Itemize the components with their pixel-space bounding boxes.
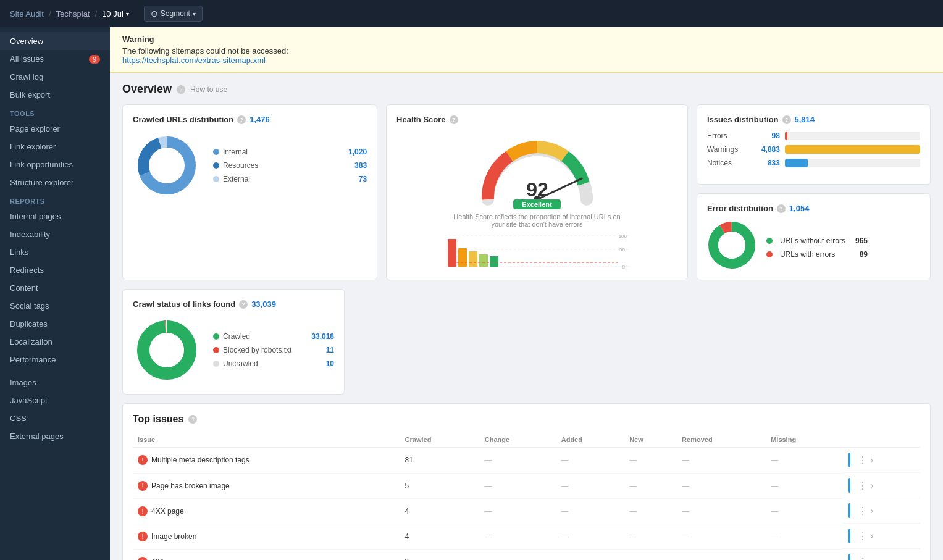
crawled-urls-info[interactable]: ? bbox=[237, 115, 246, 124]
sidebar-item-all-issues[interactable]: All issues 9 bbox=[0, 50, 110, 68]
issue-actions: ⋮ › bbox=[843, 473, 920, 498]
error-dist-info[interactable]: ? bbox=[777, 204, 786, 213]
sidebar-item-localization[interactable]: Localization bbox=[0, 333, 110, 351]
svg-rect-16 bbox=[479, 254, 488, 267]
row-expand[interactable]: › bbox=[870, 480, 873, 490]
table-row: ! 4XX page 4 — — — — — ⋮ › bbox=[133, 498, 920, 524]
issue-name-cell: ! 404 page bbox=[133, 549, 400, 560]
issue-new: — bbox=[624, 448, 677, 474]
col-change: Change bbox=[480, 432, 556, 448]
error-dist-title: Error distribution ? 1,054 bbox=[707, 204, 920, 213]
issue-added: — bbox=[556, 549, 624, 560]
kebab-menu[interactable]: ⋮ bbox=[855, 554, 870, 561]
top-cards-row: Crawled URLs distribution ? 1,476 bbox=[122, 104, 931, 280]
issue-removed: — bbox=[677, 448, 766, 474]
sidebar-item-css[interactable]: CSS bbox=[0, 409, 110, 427]
error-icon: ! bbox=[138, 455, 148, 465]
issue-missing: — bbox=[766, 473, 843, 498]
issue-added: — bbox=[556, 473, 624, 498]
table-row: ! Image broken 4 — — — — — ⋮ › bbox=[133, 524, 920, 549]
tools-section-label: Tools bbox=[0, 104, 110, 120]
sidebar-item-redirects[interactable]: Redirects bbox=[0, 261, 110, 279]
kebab-menu[interactable]: ⋮ bbox=[855, 453, 870, 467]
sidebar-item-external-pages[interactable]: External pages bbox=[0, 427, 110, 445]
error-dist-card: Error distribution ? 1,054 bbox=[697, 193, 931, 280]
kebab-menu[interactable]: ⋮ bbox=[855, 529, 870, 543]
segment-dropdown[interactable]: ⊙ Segment ▾ bbox=[144, 6, 203, 22]
health-desc: Health Score reflects the proportion of … bbox=[451, 213, 624, 228]
row-expand[interactable]: › bbox=[870, 506, 873, 516]
warning-link[interactable]: https://techsplat.com/extras-sitemap.xml bbox=[122, 56, 266, 65]
sidebar-item-bulk-export[interactable]: Bulk export bbox=[0, 86, 110, 104]
svg-point-21 bbox=[718, 232, 745, 259]
table-row: ! Multiple meta description tags 81 — — … bbox=[133, 448, 920, 474]
issue-name-cell: ! Multiple meta description tags bbox=[133, 448, 400, 474]
sidebar-item-overview[interactable]: Overview bbox=[0, 32, 110, 50]
issue-actions: ⋮ › bbox=[843, 448, 920, 473]
how-to-use-link[interactable]: How to use bbox=[190, 85, 227, 94]
svg-text:100: 100 bbox=[618, 233, 627, 239]
issues-dist-card: Issues distribution ? 5,814 Errors 98 bbox=[697, 104, 931, 185]
topbar-site-audit: Site Audit bbox=[10, 9, 44, 19]
page-title: Overview bbox=[122, 83, 172, 96]
sidebar-item-link-explorer[interactable]: Link explorer bbox=[0, 138, 110, 156]
issues-dist-bars: Errors 98 Warnings 4,883 Notices bbox=[707, 132, 920, 167]
row-expand[interactable]: › bbox=[870, 531, 873, 541]
issue-new: — bbox=[624, 524, 677, 549]
sidebar-item-duplicates[interactable]: Duplicates bbox=[0, 315, 110, 333]
error-icon: ! bbox=[138, 506, 148, 516]
issue-crawled: 4 bbox=[400, 498, 480, 524]
sidebar-item-links[interactable]: Links bbox=[0, 243, 110, 261]
crawl-status-info[interactable]: ? bbox=[239, 300, 248, 309]
sidebar-item-indexability[interactable]: Indexability bbox=[0, 225, 110, 243]
sidebar-item-crawl-log[interactable]: Crawl log bbox=[0, 68, 110, 86]
sidebar-item-internal-pages[interactable]: Internal pages bbox=[0, 207, 110, 225]
overview-info-icon[interactable]: ? bbox=[177, 85, 185, 94]
sidebar-item-structure-explorer[interactable]: Structure explorer bbox=[0, 173, 110, 191]
crawled-urls-donut bbox=[133, 132, 201, 199]
issue-crawled: 4 bbox=[400, 524, 480, 549]
sidebar-item-page-explorer[interactable]: Page explorer bbox=[0, 120, 110, 138]
sidebar-item-javascript[interactable]: JavaScript bbox=[0, 391, 110, 409]
svg-point-3 bbox=[150, 149, 183, 182]
page-title-row: Overview ? How to use bbox=[122, 83, 931, 96]
sidebar-item-social-tags[interactable]: Social tags bbox=[0, 297, 110, 315]
error-dist-donut bbox=[707, 220, 756, 270]
kebab-menu[interactable]: ⋮ bbox=[855, 504, 870, 518]
sidebar-item-content[interactable]: Content bbox=[0, 279, 110, 297]
col-added: Added bbox=[556, 432, 624, 448]
issue-added: — bbox=[556, 498, 624, 524]
top-issues-info[interactable]: ? bbox=[188, 415, 197, 424]
svg-rect-14 bbox=[458, 248, 467, 267]
bar-indicator bbox=[848, 478, 850, 493]
warning-message: The following sitemaps could not be acce… bbox=[122, 46, 931, 56]
all-issues-badge: 9 bbox=[89, 55, 100, 64]
mini-chart: 0 50 100 bbox=[445, 233, 630, 270]
health-badge: Excellent bbox=[513, 199, 560, 209]
health-score-info[interactable]: ? bbox=[450, 115, 458, 124]
bar-indicator bbox=[848, 453, 850, 467]
col-missing: Missing bbox=[766, 432, 843, 448]
issues-dist-info[interactable]: ? bbox=[782, 115, 791, 124]
sidebar-item-link-opportunities[interactable]: Link opportunities bbox=[0, 156, 110, 173]
kebab-menu[interactable]: ⋮ bbox=[855, 479, 870, 493]
sidebar-item-performance[interactable]: Performance bbox=[0, 351, 110, 369]
issue-actions: ⋮ › bbox=[843, 524, 920, 549]
topbar-sep1: / bbox=[49, 9, 51, 19]
row-expand[interactable]: › bbox=[870, 556, 873, 560]
top-issues-card: Top issues ? Issue Crawled Change Added … bbox=[122, 403, 931, 560]
issue-crawled: 5 bbox=[400, 473, 480, 498]
table-row: ! 404 page 3 — — — — — ⋮ › bbox=[133, 549, 920, 560]
issue-removed: — bbox=[677, 473, 766, 498]
issue-removed: — bbox=[677, 549, 766, 560]
sidebar-item-images[interactable]: Images bbox=[0, 374, 110, 391]
issue-added: — bbox=[556, 524, 624, 549]
topbar-project: Techsplat bbox=[56, 9, 90, 19]
issue-new: — bbox=[624, 549, 677, 560]
issue-name-cell: ! Page has broken image bbox=[133, 473, 400, 498]
top-issues-title: Top issues bbox=[133, 414, 183, 425]
svg-rect-17 bbox=[490, 256, 498, 267]
row-expand[interactable]: › bbox=[870, 455, 873, 465]
error-icon: ! bbox=[138, 481, 148, 491]
svg-text:50: 50 bbox=[619, 247, 625, 253]
